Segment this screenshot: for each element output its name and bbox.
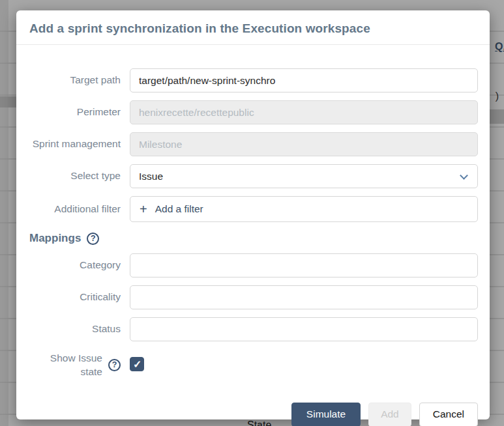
show-issue-state-label-group: Show Issue state ?: [29, 352, 121, 379]
add-sprint-sync-dialog: Add a sprint synchronization in the Exec…: [16, 10, 490, 419]
show-issue-state-checkbox[interactable]: [130, 357, 144, 371]
perimeter-label: Perimeter: [29, 106, 121, 119]
perimeter-input: [130, 100, 478, 124]
select-type-dropdown[interactable]: Issue: [130, 164, 478, 188]
dialog-header: Add a sprint synchronization in the Exec…: [16, 10, 490, 45]
form-row-perimeter: Perimeter: [29, 100, 478, 124]
criticality-label: Criticality: [29, 291, 121, 304]
category-input[interactable]: [130, 253, 478, 277]
form-row-sprint-management: Sprint management: [29, 132, 478, 156]
backdrop-table-band-right: [489, 109, 504, 124]
mappings-help-icon[interactable]: ?: [87, 233, 99, 245]
show-issue-state-control: [130, 357, 478, 374]
target-path-label: Target path: [29, 74, 121, 87]
select-type-value: Issue: [139, 171, 163, 182]
form-row-target-path: Target path: [29, 68, 478, 92]
add-button[interactable]: Add: [368, 403, 411, 426]
dialog-title: Add a sprint synchronization in the Exec…: [29, 21, 477, 36]
category-label: Category: [29, 259, 121, 272]
simulate-button[interactable]: Simulate: [291, 403, 361, 426]
add-filter-button[interactable]: + Add a filter: [130, 196, 478, 222]
mappings-heading-text: Mappings: [29, 232, 81, 245]
sprint-management-label: Sprint management: [29, 137, 121, 151]
sprint-management-input: [130, 132, 478, 156]
status-label: Status: [29, 322, 121, 336]
target-path-input[interactable]: [130, 68, 478, 92]
add-filter-button-label: Add a filter: [155, 203, 203, 215]
backdrop-text-fragment: ): [496, 91, 499, 102]
mappings-section-heading: Mappings ?: [29, 230, 478, 247]
form-row-select-type: Select type Issue: [29, 164, 478, 188]
show-issue-state-label: Show Issue state: [42, 352, 102, 379]
plus-icon: +: [140, 203, 147, 216]
form-row-status: Status: [29, 317, 478, 341]
dialog-footer: Simulate Add Cancel: [16, 403, 490, 426]
cancel-button[interactable]: Cancel: [419, 403, 478, 426]
additional-filter-label: Additional filter: [29, 203, 121, 216]
chevron-down-icon: [460, 171, 468, 180]
dialog-form: Target path Perimeter Sprint management …: [16, 45, 490, 387]
form-row-category: Category: [29, 253, 478, 277]
backdrop-sidebar-edge: [0, 0, 8, 426]
select-type-label: Select type: [29, 169, 121, 183]
form-row-criticality: Criticality: [29, 285, 478, 309]
status-input[interactable]: [130, 317, 478, 341]
form-row-show-issue-state: Show Issue state ?: [29, 352, 478, 379]
backdrop-text-fragment: Q.: [495, 41, 504, 53]
criticality-input[interactable]: [130, 285, 478, 309]
show-issue-state-help-icon[interactable]: ?: [108, 359, 121, 371]
form-row-additional-filter: Additional filter + Add a filter: [29, 196, 478, 222]
backdrop-table-band-left: [0, 96, 18, 107]
